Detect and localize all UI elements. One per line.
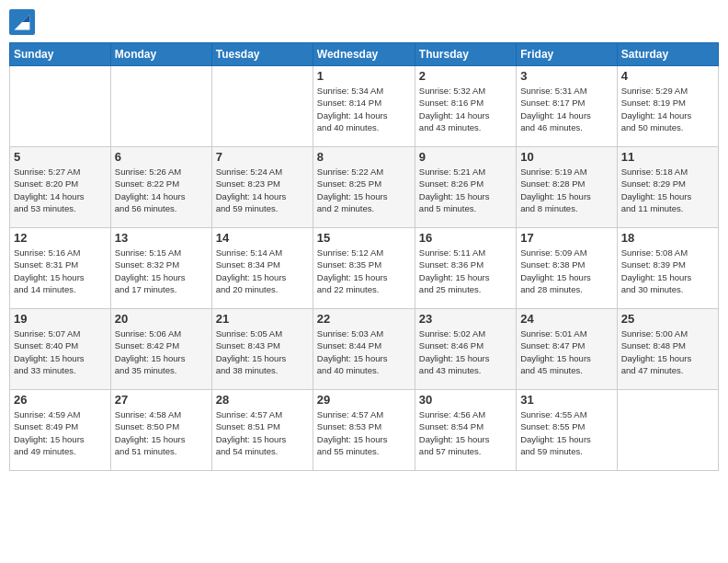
day-number: 1 — [317, 69, 411, 83]
calendar-cell: 3Sunrise: 5:31 AM Sunset: 8:17 PM Daylig… — [517, 66, 617, 147]
calendar-cell: 23Sunrise: 5:02 AM Sunset: 8:46 PM Dayli… — [415, 309, 516, 390]
day-number: 14 — [216, 231, 309, 245]
weekday-header-monday: Monday — [110, 43, 211, 66]
day-info: Sunrise: 4:58 AM Sunset: 8:50 PM Dayligh… — [115, 408, 208, 457]
day-number: 29 — [317, 393, 411, 407]
day-info: Sunrise: 5:19 AM Sunset: 8:28 PM Dayligh… — [520, 166, 612, 214]
day-number: 17 — [520, 231, 612, 245]
day-info: Sunrise: 4:59 AM Sunset: 8:49 PM Dayligh… — [14, 408, 107, 457]
calendar-week-row: 12Sunrise: 5:16 AM Sunset: 8:31 PM Dayli… — [10, 228, 719, 309]
header — [9, 9, 719, 35]
calendar-cell — [10, 66, 111, 147]
day-number: 8 — [317, 150, 411, 164]
day-number: 26 — [14, 393, 107, 407]
weekday-header-row: SundayMondayTuesdayWednesdayThursdayFrid… — [10, 43, 719, 66]
calendar-cell: 12Sunrise: 5:16 AM Sunset: 8:31 PM Dayli… — [10, 228, 111, 309]
calendar-cell: 31Sunrise: 4:55 AM Sunset: 8:55 PM Dayli… — [517, 390, 617, 471]
day-info: Sunrise: 5:31 AM Sunset: 8:17 PM Dayligh… — [520, 85, 612, 133]
day-number: 27 — [115, 393, 208, 407]
calendar-table: SundayMondayTuesdayWednesdayThursdayFrid… — [9, 42, 719, 471]
page: SundayMondayTuesdayWednesdayThursdayFrid… — [0, 0, 728, 563]
day-info: Sunrise: 4:57 AM Sunset: 8:51 PM Dayligh… — [216, 408, 309, 457]
day-info: Sunrise: 5:01 AM Sunset: 8:47 PM Dayligh… — [520, 327, 612, 376]
calendar-cell: 22Sunrise: 5:03 AM Sunset: 8:44 PM Dayli… — [313, 309, 415, 390]
day-number: 22 — [317, 312, 411, 326]
calendar-cell: 9Sunrise: 5:21 AM Sunset: 8:26 PM Daylig… — [415, 147, 516, 228]
day-info: Sunrise: 5:07 AM Sunset: 8:40 PM Dayligh… — [14, 327, 107, 376]
calendar-cell: 27Sunrise: 4:58 AM Sunset: 8:50 PM Dayli… — [110, 390, 211, 471]
day-info: Sunrise: 5:05 AM Sunset: 8:43 PM Dayligh… — [216, 327, 309, 376]
calendar-cell: 8Sunrise: 5:22 AM Sunset: 8:25 PM Daylig… — [313, 147, 415, 228]
calendar-cell: 16Sunrise: 5:11 AM Sunset: 8:36 PM Dayli… — [415, 228, 516, 309]
day-number: 2 — [419, 69, 512, 83]
weekday-header-saturday: Saturday — [617, 43, 718, 66]
day-info: Sunrise: 5:21 AM Sunset: 8:26 PM Dayligh… — [419, 166, 512, 214]
calendar-cell: 20Sunrise: 5:06 AM Sunset: 8:42 PM Dayli… — [110, 309, 211, 390]
logo — [9, 9, 39, 35]
day-number: 10 — [520, 150, 612, 164]
day-info: Sunrise: 5:11 AM Sunset: 8:36 PM Dayligh… — [419, 247, 512, 295]
calendar-week-row: 5Sunrise: 5:27 AM Sunset: 8:20 PM Daylig… — [10, 147, 719, 228]
day-info: Sunrise: 5:27 AM Sunset: 8:20 PM Dayligh… — [14, 166, 107, 214]
calendar-cell: 5Sunrise: 5:27 AM Sunset: 8:20 PM Daylig… — [10, 147, 111, 228]
calendar-week-row: 26Sunrise: 4:59 AM Sunset: 8:49 PM Dayli… — [10, 390, 719, 471]
day-number: 19 — [14, 312, 107, 326]
calendar-cell: 21Sunrise: 5:05 AM Sunset: 8:43 PM Dayli… — [211, 309, 313, 390]
calendar-cell: 13Sunrise: 5:15 AM Sunset: 8:32 PM Dayli… — [110, 228, 211, 309]
day-info: Sunrise: 5:34 AM Sunset: 8:14 PM Dayligh… — [317, 85, 411, 133]
day-number: 15 — [317, 231, 411, 245]
day-number: 23 — [419, 312, 512, 326]
day-info: Sunrise: 4:55 AM Sunset: 8:55 PM Dayligh… — [520, 408, 612, 457]
day-number: 31 — [520, 393, 612, 407]
day-info: Sunrise: 5:15 AM Sunset: 8:32 PM Dayligh… — [115, 247, 208, 295]
day-info: Sunrise: 5:18 AM Sunset: 8:29 PM Dayligh… — [621, 166, 714, 214]
weekday-header-thursday: Thursday — [415, 43, 516, 66]
calendar-cell: 15Sunrise: 5:12 AM Sunset: 8:35 PM Dayli… — [313, 228, 415, 309]
day-info: Sunrise: 5:32 AM Sunset: 8:16 PM Dayligh… — [419, 85, 512, 133]
day-number: 18 — [621, 231, 714, 245]
day-info: Sunrise: 5:16 AM Sunset: 8:31 PM Dayligh… — [14, 247, 107, 295]
day-number: 13 — [115, 231, 208, 245]
calendar-cell: 30Sunrise: 4:56 AM Sunset: 8:54 PM Dayli… — [415, 390, 516, 471]
day-number: 9 — [419, 150, 512, 164]
calendar-cell: 17Sunrise: 5:09 AM Sunset: 8:38 PM Dayli… — [517, 228, 617, 309]
calendar-cell: 25Sunrise: 5:00 AM Sunset: 8:48 PM Dayli… — [617, 309, 718, 390]
day-info: Sunrise: 5:12 AM Sunset: 8:35 PM Dayligh… — [317, 247, 411, 295]
day-number: 16 — [419, 231, 512, 245]
weekday-header-friday: Friday — [517, 43, 617, 66]
day-info: Sunrise: 5:06 AM Sunset: 8:42 PM Dayligh… — [115, 327, 208, 376]
calendar-cell: 28Sunrise: 4:57 AM Sunset: 8:51 PM Dayli… — [211, 390, 313, 471]
calendar-cell: 10Sunrise: 5:19 AM Sunset: 8:28 PM Dayli… — [517, 147, 617, 228]
calendar-cell — [211, 66, 313, 147]
day-number: 28 — [216, 393, 309, 407]
day-info: Sunrise: 5:00 AM Sunset: 8:48 PM Dayligh… — [621, 327, 714, 376]
weekday-header-sunday: Sunday — [10, 43, 111, 66]
day-number: 25 — [621, 312, 714, 326]
weekday-header-wednesday: Wednesday — [313, 43, 415, 66]
calendar-cell — [617, 390, 718, 471]
day-info: Sunrise: 5:24 AM Sunset: 8:23 PM Dayligh… — [216, 166, 309, 214]
day-number: 12 — [14, 231, 107, 245]
calendar-cell: 24Sunrise: 5:01 AM Sunset: 8:47 PM Dayli… — [517, 309, 617, 390]
calendar-cell: 6Sunrise: 5:26 AM Sunset: 8:22 PM Daylig… — [110, 147, 211, 228]
calendar-cell — [110, 66, 211, 147]
day-info: Sunrise: 4:57 AM Sunset: 8:53 PM Dayligh… — [317, 408, 411, 457]
day-info: Sunrise: 5:26 AM Sunset: 8:22 PM Dayligh… — [115, 166, 208, 214]
calendar-cell: 26Sunrise: 4:59 AM Sunset: 8:49 PM Dayli… — [10, 390, 111, 471]
weekday-header-tuesday: Tuesday — [211, 43, 313, 66]
day-number: 11 — [621, 150, 714, 164]
day-info: Sunrise: 5:08 AM Sunset: 8:39 PM Dayligh… — [621, 247, 714, 295]
calendar-cell: 1Sunrise: 5:34 AM Sunset: 8:14 PM Daylig… — [313, 66, 415, 147]
calendar-week-row: 1Sunrise: 5:34 AM Sunset: 8:14 PM Daylig… — [10, 66, 719, 147]
logo-icon — [9, 9, 35, 35]
day-info: Sunrise: 5:02 AM Sunset: 8:46 PM Dayligh… — [419, 327, 512, 376]
day-number: 3 — [520, 69, 612, 83]
calendar-cell: 11Sunrise: 5:18 AM Sunset: 8:29 PM Dayli… — [617, 147, 718, 228]
day-number: 24 — [520, 312, 612, 326]
calendar-week-row: 19Sunrise: 5:07 AM Sunset: 8:40 PM Dayli… — [10, 309, 719, 390]
day-info: Sunrise: 5:14 AM Sunset: 8:34 PM Dayligh… — [216, 247, 309, 295]
calendar-cell: 19Sunrise: 5:07 AM Sunset: 8:40 PM Dayli… — [10, 309, 111, 390]
day-info: Sunrise: 5:09 AM Sunset: 8:38 PM Dayligh… — [520, 247, 612, 295]
day-info: Sunrise: 5:03 AM Sunset: 8:44 PM Dayligh… — [317, 327, 411, 376]
calendar-cell: 4Sunrise: 5:29 AM Sunset: 8:19 PM Daylig… — [617, 66, 718, 147]
